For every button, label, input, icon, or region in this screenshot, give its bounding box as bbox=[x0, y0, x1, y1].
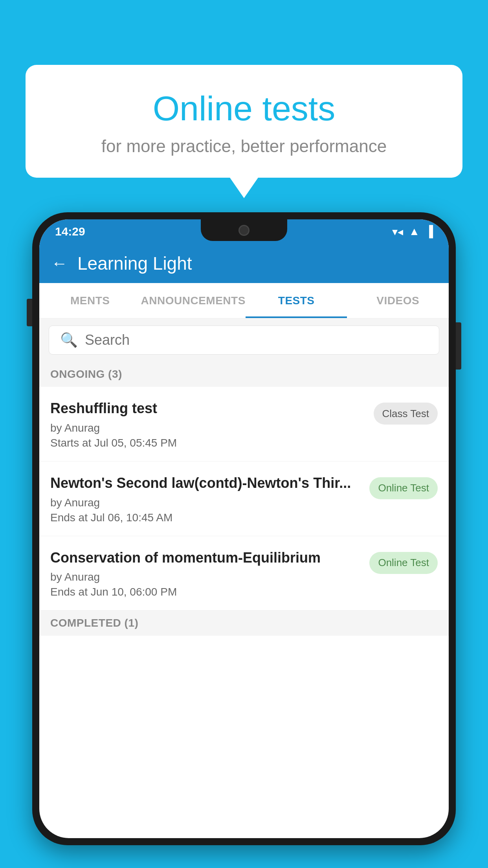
front-camera bbox=[238, 225, 250, 236]
ongoing-section-header: ONGOING (3) bbox=[39, 362, 449, 387]
phone-notch bbox=[201, 219, 287, 241]
signal-icon: ▲ bbox=[409, 225, 420, 238]
status-icons: ▾◂ ▲ ▐ bbox=[392, 225, 433, 238]
test-info-2: Newton's Second law(contd)-Newton's Thir… bbox=[50, 474, 361, 524]
phone-screen: 14:29 ▾◂ ▲ ▐ ← Learning Light MENTS ANNO… bbox=[39, 219, 449, 838]
speech-bubble: Online tests for more practice, better p… bbox=[26, 65, 462, 178]
search-input[interactable] bbox=[85, 332, 428, 348]
bubble-subtitle: for more practice, better performance bbox=[45, 136, 443, 156]
battery-icon: ▐ bbox=[425, 225, 433, 238]
test-badge-1: Class Test bbox=[374, 403, 438, 425]
app-header-title: Learning Light bbox=[77, 253, 192, 274]
wifi-icon: ▾◂ bbox=[392, 225, 403, 238]
test-name-2: Newton's Second law(contd)-Newton's Thir… bbox=[50, 474, 361, 493]
power-button bbox=[456, 322, 461, 370]
test-item-2[interactable]: Newton's Second law(contd)-Newton's Thir… bbox=[39, 462, 449, 536]
test-badge-2: Online Test bbox=[369, 477, 438, 499]
test-item-1[interactable]: Reshuffling test by Anurag Starts at Jul… bbox=[39, 387, 449, 462]
test-name-3: Conservation of momentum-Equilibrium bbox=[50, 549, 361, 567]
test-author-3: by Anurag bbox=[50, 571, 361, 583]
test-name-1: Reshuffling test bbox=[50, 399, 366, 418]
tabs-bar: MENTS ANNOUNCEMENTS TESTS VIDEOS bbox=[39, 283, 449, 318]
phone-device: 14:29 ▾◂ ▲ ▐ ← Learning Light MENTS ANNO… bbox=[32, 212, 456, 845]
test-item-3[interactable]: Conservation of momentum-Equilibrium by … bbox=[39, 536, 449, 611]
phone-wrapper: 14:29 ▾◂ ▲ ▐ ← Learning Light MENTS ANNO… bbox=[32, 212, 456, 868]
tab-videos[interactable]: VIDEOS bbox=[347, 283, 449, 318]
test-date-2: Ends at Jul 06, 10:45 AM bbox=[50, 511, 361, 524]
search-icon: 🔍 bbox=[60, 332, 78, 348]
test-author-2: by Anurag bbox=[50, 497, 361, 509]
tab-ments[interactable]: MENTS bbox=[39, 283, 141, 318]
test-date-1: Starts at Jul 05, 05:45 PM bbox=[50, 437, 366, 449]
status-time: 14:29 bbox=[55, 225, 85, 238]
bubble-title: Online tests bbox=[45, 88, 443, 129]
back-button[interactable]: ← bbox=[51, 254, 68, 273]
test-info-1: Reshuffling test by Anurag Starts at Jul… bbox=[50, 399, 366, 449]
search-container: 🔍 bbox=[39, 318, 449, 362]
volume-button bbox=[27, 299, 32, 326]
tab-announcements[interactable]: ANNOUNCEMENTS bbox=[141, 283, 246, 318]
test-author-1: by Anurag bbox=[50, 422, 366, 434]
tab-tests[interactable]: TESTS bbox=[246, 283, 347, 318]
completed-section-header: COMPLETED (1) bbox=[39, 611, 449, 636]
test-info-3: Conservation of momentum-Equilibrium by … bbox=[50, 549, 361, 599]
test-date-3: Ends at Jun 10, 06:00 PM bbox=[50, 586, 361, 598]
test-badge-3: Online Test bbox=[369, 552, 438, 574]
app-header: ← Learning Light bbox=[39, 244, 449, 283]
search-bar[interactable]: 🔍 bbox=[49, 326, 439, 355]
